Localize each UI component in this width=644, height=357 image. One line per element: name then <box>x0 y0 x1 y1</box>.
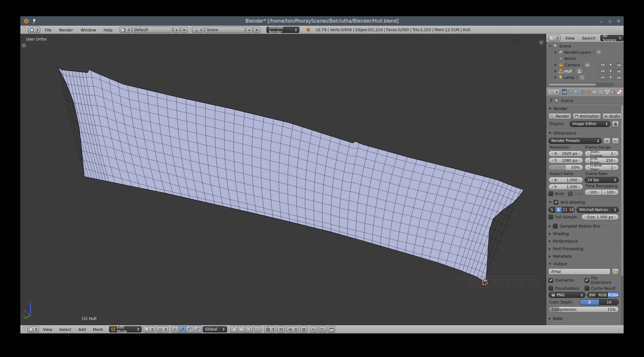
checkbox-unchecked[interactable] <box>548 286 553 291</box>
tab-object-data[interactable] <box>604 89 610 95</box>
lock-interface-button[interactable] <box>612 121 619 127</box>
panel-sampled-motion-blur-header[interactable]: Sampled Motion Blur ∷∷ <box>546 222 621 230</box>
fps-select[interactable]: 24 fps <box>585 177 619 183</box>
animation-button[interactable]: Animation <box>573 113 601 119</box>
panel-render-header[interactable]: Render ∷∷ <box>546 105 621 112</box>
color-depth-segment[interactable]: 8 16 <box>580 299 619 305</box>
snap-peel-object-button[interactable] <box>300 326 308 333</box>
outliner-row-renderlayers[interactable]: ⊕ RenderLayers <box>546 49 624 55</box>
antialiasing-checkbox[interactable] <box>554 200 558 205</box>
tab-material[interactable] <box>610 89 616 95</box>
properties-scroll-area[interactable]: Render ∷∷ Render Ani <box>546 105 624 325</box>
drag-dots-icon[interactable]: ∷∷ <box>614 224 619 228</box>
menu-add[interactable]: Add <box>75 326 89 333</box>
drag-dots-icon[interactable]: ∷∷ <box>614 262 619 266</box>
pin-context-icon[interactable] <box>549 99 553 103</box>
selectability-cursor-icon[interactable] <box>607 68 615 74</box>
selectability-cursor-icon[interactable] <box>607 62 615 68</box>
drag-dots-icon[interactable]: ∷∷ <box>614 107 619 110</box>
aa-samples-8[interactable]: 8 <box>555 207 562 212</box>
resolution-x-field[interactable]: X: 1920 px <box>548 151 583 157</box>
add-layout-button[interactable]: + <box>173 27 180 33</box>
browse-folder-button[interactable] <box>612 268 619 275</box>
render-presets-select[interactable]: Render Presets <box>548 138 602 144</box>
panel-bake-header[interactable]: Bake ∷∷ <box>546 315 621 322</box>
full-sample-checkbox[interactable]: Full Sample <box>548 215 580 219</box>
outliner-view-menu[interactable]: View <box>562 35 577 41</box>
remap-new-field[interactable]: 100 <box>602 189 619 195</box>
minimize-button[interactable]: ⌄ <box>600 19 603 24</box>
hull-mesh[interactable] <box>57 67 524 283</box>
opengl-render-anim-button[interactable] <box>328 326 335 333</box>
checkbox-checked[interactable] <box>548 278 553 283</box>
render-button[interactable]: Render <box>548 113 571 119</box>
outliner-filter-select[interactable]: All Scenes <box>600 35 624 41</box>
aa-samples-16[interactable]: 16 <box>568 207 575 212</box>
tab-modifiers[interactable] <box>598 89 604 95</box>
drag-dots-icon[interactable]: ∷∷ <box>614 131 619 135</box>
file-format-select[interactable]: PNG <box>548 292 586 298</box>
visibility-eye-icon[interactable] <box>598 68 607 74</box>
remove-layout-button[interactable]: ✕ <box>181 27 188 33</box>
panel-shading-header[interactable]: Shading ∷∷ <box>546 230 621 237</box>
manipulator-translate-toggle[interactable] <box>179 326 186 333</box>
checkbox-unchecked[interactable] <box>548 191 553 196</box>
cache-result-checkbox[interactable]: Cache Result <box>585 286 619 291</box>
corner-grip[interactable] <box>22 26 26 34</box>
file-extensions-checkbox[interactable]: File Extensions <box>585 276 619 285</box>
scene-browse[interactable] <box>192 27 204 33</box>
manipulate-center-points-button[interactable] <box>310 326 318 333</box>
viewport-shading-select[interactable] <box>143 326 155 332</box>
remove-scene-button[interactable]: ✕ <box>253 27 260 33</box>
edge-select-mode[interactable] <box>238 326 245 333</box>
outliner-row-camera[interactable]: ⊕ Camera <box>546 62 624 68</box>
outliner-row-lamp[interactable]: ⊕ Lamp <box>546 74 624 80</box>
panel-output-header[interactable]: Output ∷∷ <box>546 260 621 267</box>
drag-dots-icon[interactable]: ∷∷ <box>614 317 619 320</box>
expand-icon[interactable]: ⊕ <box>553 75 557 80</box>
pivot-point-select[interactable] <box>156 326 169 332</box>
outliner-row-scene[interactable]: ⊖ Scene <box>546 43 624 49</box>
aa-size-field[interactable]: Size: 1.000 px <box>581 214 619 220</box>
snap-element-select[interactable] <box>286 326 299 332</box>
tab-world[interactable] <box>580 89 586 95</box>
menu-window[interactable]: Window <box>78 27 99 33</box>
drag-dots-icon[interactable]: ∷∷ <box>614 247 619 250</box>
tab-scene[interactable] <box>574 89 580 95</box>
expand-icon[interactable]: ⊕ <box>553 69 557 73</box>
compression-slider[interactable]: Compression: 15% <box>548 306 619 312</box>
checkbox-unchecked[interactable] <box>548 215 553 219</box>
checkbox-unchecked[interactable] <box>568 191 573 196</box>
tab-constraints[interactable] <box>592 89 598 95</box>
opengl-render-still-button[interactable] <box>319 326 326 333</box>
output-path-field[interactable]: /tmp/ <box>548 268 610 275</box>
panel-antialiasing-header[interactable]: Anti-Aliasing ∷∷ <box>546 198 621 206</box>
renderlayers-badge-icon[interactable] <box>596 49 602 55</box>
corner-grip[interactable] <box>22 326 26 333</box>
drag-dots-icon[interactable]: ∷∷ <box>614 200 619 204</box>
drag-dots-icon[interactable]: ∷∷ <box>614 255 619 258</box>
overwrite-checkbox[interactable]: Overwrite <box>548 278 583 283</box>
vertex-select-mode[interactable] <box>230 326 238 333</box>
selectability-cursor-icon[interactable] <box>607 74 615 80</box>
renderability-camera-icon[interactable] <box>615 62 623 68</box>
lamp-data-badge-icon[interactable] <box>579 74 585 80</box>
checkbox-unchecked[interactable] <box>585 286 589 291</box>
outliner-row-hull[interactable]: ⊕ Hull <box>546 68 624 74</box>
transform-orientation-select[interactable]: Global <box>203 326 227 332</box>
end-frame-field[interactable]: End Fram: 250 <box>585 157 619 163</box>
screen-layout-browse[interactable] <box>120 27 132 33</box>
menu-view[interactable]: View <box>40 326 55 333</box>
visibility-eye-icon[interactable] <box>598 62 607 68</box>
checkbox-checked[interactable] <box>585 278 589 283</box>
drag-dots-icon[interactable]: ∷∷ <box>614 239 619 243</box>
remap-old-field[interactable]: 100 <box>585 189 602 195</box>
editor-type-selector[interactable] <box>28 27 40 33</box>
placeholders-checkbox[interactable]: Placeholders <box>548 286 583 291</box>
aa-samples-segment[interactable]: 5 8 11 16 <box>548 207 575 213</box>
mode-select[interactable]: Edit Mode <box>109 326 142 332</box>
tab-render-layers[interactable] <box>568 89 574 95</box>
add-scene-button[interactable]: + <box>246 27 253 33</box>
render-engine-select[interactable]: Blender Render <box>266 27 299 33</box>
color-mode-bw[interactable]: BW <box>587 292 598 298</box>
